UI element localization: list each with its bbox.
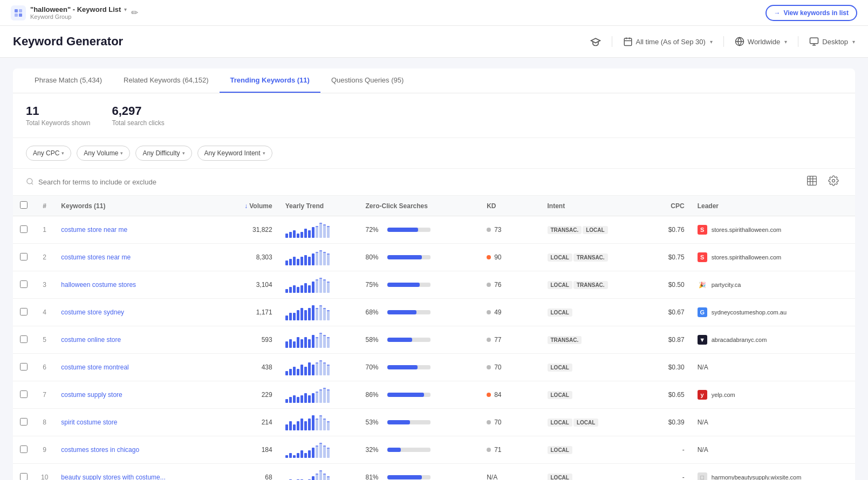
- trend-bar: [316, 445, 318, 458]
- settings-button[interactable]: [825, 174, 842, 190]
- filter-intent[interactable]: Any Keyword Intent ▾: [197, 146, 272, 161]
- svg-rect-2: [15, 13, 18, 17]
- row-checkbox[interactable]: [20, 390, 28, 398]
- worldwide-control[interactable]: Worldwide ▾: [735, 37, 787, 46]
- svg-line-14: [31, 183, 33, 184]
- filter-cpc[interactable]: Any CPC ▾: [26, 146, 71, 161]
- keyword-link[interactable]: costume stores near me: [61, 253, 131, 261]
- trend-bar: [300, 450, 303, 458]
- trend-bar: [297, 310, 299, 320]
- row-keyword[interactable]: costumes stores in chicago: [54, 436, 221, 464]
- table-row: 10beauty supply stores with costume...68…: [13, 464, 855, 481]
- row-checkbox[interactable]: [20, 335, 28, 343]
- trend-bar: [300, 339, 303, 348]
- row-checkbox[interactable]: [20, 308, 28, 316]
- trend-bar: [300, 395, 303, 403]
- trend-bar: [308, 395, 311, 403]
- row-leader: Gsydneycostumeshop.com.au: [691, 299, 855, 326]
- row-cpc: -: [645, 464, 691, 481]
- th-volume[interactable]: ↓ Volume: [221, 196, 278, 216]
- keyword-link[interactable]: spirit costume store: [61, 419, 117, 426]
- keyword-link[interactable]: halloween costume stores: [61, 281, 136, 289]
- intent-badge: LOCAL: [548, 391, 572, 399]
- row-checkbox[interactable]: [20, 445, 28, 453]
- zero-click-bar-fill: [387, 338, 412, 342]
- separator3: [798, 36, 798, 47]
- row-checkbox[interactable]: [20, 418, 28, 426]
- search-actions: [803, 174, 842, 190]
- select-all-checkbox[interactable]: [20, 201, 28, 209]
- keyword-link[interactable]: costumes stores in chicago: [61, 446, 139, 454]
- row-checkbox[interactable]: [20, 253, 28, 260]
- leader-domain: stores.spirithalloween.com: [712, 254, 782, 260]
- tab-trending-keywords[interactable]: Trending Keywords (11): [220, 68, 320, 93]
- row-checkbox-cell: [13, 436, 35, 464]
- trend-bar: [285, 455, 288, 458]
- trend-bar: [297, 337, 299, 348]
- row-kd: 49: [480, 299, 541, 326]
- row-checkbox-cell: [13, 299, 35, 326]
- row-keyword[interactable]: spirit costume store: [54, 409, 221, 436]
- row-keyword[interactable]: costume online store: [54, 326, 221, 354]
- tab-phrase-match[interactable]: Phrase Match (5,434): [24, 68, 113, 93]
- keyword-list-title: "halloween" - Keyword List: [30, 5, 121, 13]
- row-checkbox[interactable]: [20, 280, 28, 288]
- row-checkbox[interactable]: [20, 225, 28, 233]
- view-keywords-button[interactable]: → View keywords in list: [766, 5, 858, 21]
- row-zero-click: 75%: [359, 271, 481, 299]
- row-keyword[interactable]: costume store sydney: [54, 299, 221, 326]
- trend-bar: [312, 227, 315, 238]
- keyword-link[interactable]: costume store sydney: [61, 308, 124, 316]
- zero-click-bar-fill: [387, 255, 422, 259]
- export-excel-button[interactable]: [803, 174, 821, 190]
- leader-domain: harmonybeautysupply.wixsite.com: [712, 474, 802, 480]
- trend-bar: [293, 395, 296, 403]
- trend-bar: [327, 421, 330, 430]
- row-kd: 90: [480, 244, 541, 271]
- row-keyword[interactable]: costume store near me: [54, 216, 221, 244]
- edit-icon[interactable]: ✏: [131, 8, 138, 18]
- row-keyword[interactable]: beauty supply stores with costume...: [54, 464, 221, 481]
- row-checkbox[interactable]: [20, 473, 28, 481]
- th-keywords[interactable]: Keywords (11): [54, 196, 221, 216]
- tab-questions-queries[interactable]: Questions Queries (95): [320, 68, 414, 93]
- th-kd[interactable]: KD: [480, 196, 541, 216]
- keyword-list-dropdown-arrow[interactable]: ▾: [124, 6, 127, 12]
- keyword-link[interactable]: costume online store: [61, 336, 121, 344]
- tab-related-keywords[interactable]: Related Keywords (64,152): [113, 68, 220, 93]
- search-icon: [26, 177, 34, 187]
- trend-bar: [289, 453, 292, 458]
- row-intent: LOCAL: [541, 299, 646, 326]
- graduation-cap-icon[interactable]: [590, 36, 601, 47]
- keyword-link[interactable]: costume store montreal: [61, 364, 128, 371]
- th-select-all[interactable]: [13, 196, 35, 216]
- intent-badge: TRANSAC.: [548, 226, 582, 234]
- trend-bar: [293, 341, 296, 348]
- search-input-wrapper: [26, 177, 803, 187]
- zero-click-bar-fill: [387, 365, 418, 369]
- filter-difficulty[interactable]: Any Difficulty ▾: [135, 146, 192, 161]
- filter-volume[interactable]: Any Volume ▾: [77, 146, 130, 161]
- intent-badge: LOCAL: [548, 281, 572, 289]
- keyword-link[interactable]: costume store near me: [61, 226, 127, 234]
- row-keyword[interactable]: halloween costume stores: [54, 271, 221, 299]
- row-num: 6: [35, 354, 54, 381]
- leader-domain: yelp.com: [712, 392, 735, 398]
- trend-bar: [297, 369, 299, 375]
- intent-badge: LOCAL: [548, 308, 572, 317]
- row-leader: N/A: [691, 354, 855, 381]
- keyword-link[interactable]: costume supply store: [61, 391, 122, 399]
- total-keywords-stat: 11 Total Keywords shown: [26, 104, 90, 127]
- row-intent: LOCALTRANSAC.: [541, 244, 646, 271]
- leader-domain: partycity.ca: [712, 282, 741, 288]
- all-time-control[interactable]: All time (As of Sep 30) ▾: [623, 37, 713, 46]
- row-keyword[interactable]: costume supply store: [54, 381, 221, 409]
- row-checkbox[interactable]: [20, 363, 28, 371]
- row-keyword[interactable]: costume stores near me: [54, 244, 221, 271]
- desktop-control[interactable]: Desktop ▾: [809, 37, 855, 46]
- th-cpc[interactable]: CPC: [645, 196, 691, 216]
- row-num: 4: [35, 299, 54, 326]
- search-input[interactable]: [38, 178, 803, 186]
- row-keyword[interactable]: costume store montreal: [54, 354, 221, 381]
- keyword-link[interactable]: beauty supply stores with costume...: [61, 474, 165, 480]
